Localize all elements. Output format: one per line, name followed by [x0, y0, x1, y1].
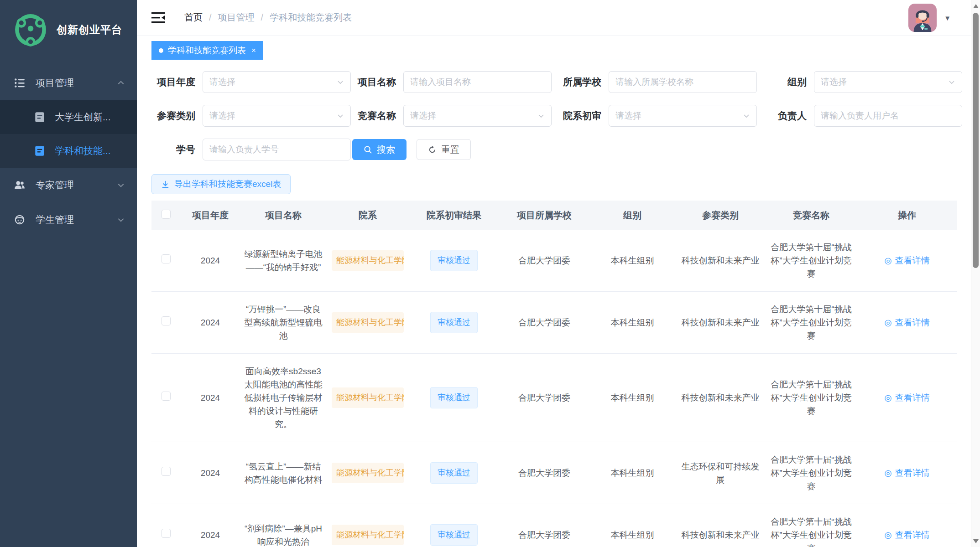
- row-checkbox[interactable]: [162, 529, 171, 538]
- logo-icon: [13, 12, 48, 47]
- cell-competition: 合肥大学第十届“挑战杯”大学生创业计划竞赛: [766, 504, 857, 547]
- group-select[interactable]: 请选择: [814, 71, 962, 93]
- select-placeholder: 请选择: [615, 110, 641, 122]
- sidebar-item-label: 学生管理: [36, 213, 117, 226]
- student-id-field-wrap: [203, 139, 351, 160]
- user-avatar[interactable]: [908, 4, 937, 32]
- category-select[interactable]: 请选择: [203, 105, 351, 127]
- view-detail-link[interactable]: ◎查看详情: [884, 528, 930, 542]
- sidebar-collapse-icon[interactable]: [151, 12, 165, 24]
- sidebar-item-subject-skill-competition[interactable]: 学科和技能...: [0, 134, 137, 168]
- col-project-year: 项目年度: [181, 201, 240, 230]
- row-checkbox[interactable]: [162, 316, 171, 325]
- cell-group: 本科生组别: [589, 504, 675, 547]
- main-area: 首页 / 项目管理 / 学科和技能竞赛列表: [137, 0, 980, 547]
- breadcrumb-project-management[interactable]: 项目管理: [218, 11, 255, 24]
- chevron-down-icon: [117, 181, 125, 189]
- export-excel-label: 导出学科和技能竞赛excel表: [174, 178, 281, 190]
- dept-review-select[interactable]: 请选择: [609, 105, 757, 127]
- filter-form: 项目年度 请选择 项目名称 所属学校: [151, 71, 956, 160]
- cell-group: 本科生组别: [589, 230, 675, 292]
- eye-icon: ◎: [884, 528, 892, 542]
- cell-group: 本科生组别: [589, 442, 675, 504]
- filter-label: 参赛类别: [151, 109, 195, 122]
- cell-project-name: “剂到病除”—兼具pH响应和光热治: [240, 504, 327, 547]
- review-status-badge: 审核通过: [430, 387, 478, 408]
- chevron-down-icon: [337, 112, 344, 119]
- chevron-down-icon: [743, 112, 750, 119]
- export-excel-button[interactable]: 导出学科和技能竞赛excel表: [151, 174, 291, 194]
- cell-competition: 合肥大学第十届“挑战杯”大学生创业计划竞赛: [766, 354, 857, 442]
- refresh-icon: [428, 145, 437, 154]
- competition-table: 项目年度 项目名称 院系 院系初审结果 项目所属学校 组别 参赛类别 竞赛名称 …: [151, 201, 957, 547]
- view-detail-link[interactable]: ◎查看详情: [884, 316, 930, 329]
- download-icon: [161, 180, 170, 189]
- student-icon: [14, 214, 26, 226]
- competition-name-select[interactable]: 请选择: [403, 105, 552, 127]
- scrollbar-thumb[interactable]: [973, 13, 979, 268]
- tab-subject-skill-competition-list[interactable]: 学科和技能竞赛列表 ×: [151, 41, 263, 60]
- users-icon: [14, 179, 26, 191]
- document-icon: [34, 111, 46, 123]
- table-row: 2024 “氢云直上”——新结构高性能电催化材料 能源材料与化工学院 审核通过 …: [151, 442, 957, 504]
- row-checkbox[interactable]: [162, 392, 171, 401]
- col-school: 项目所属学校: [499, 201, 589, 230]
- cell-year: 2024: [181, 292, 240, 354]
- breadcrumb-home[interactable]: 首页: [184, 11, 203, 24]
- breadcrumb: 首页 / 项目管理 / 学科和技能竞赛列表: [184, 11, 352, 24]
- school-field-wrap: [609, 71, 757, 93]
- filter-project-year: 项目年度 请选择: [151, 71, 352, 93]
- row-checkbox[interactable]: [162, 254, 171, 263]
- cell-school: 合肥大学团委: [499, 292, 589, 354]
- filter-leader: 负责人: [763, 105, 962, 127]
- page-scrollbar[interactable]: [971, 0, 980, 547]
- filter-label: 院系初审: [558, 109, 601, 122]
- view-detail-link[interactable]: ◎查看详情: [884, 254, 930, 267]
- list-icon: [14, 77, 26, 89]
- dept-badge: 能源材料与化工学院: [332, 312, 404, 333]
- student-id-input[interactable]: [209, 144, 344, 155]
- review-status-badge: 审核通过: [430, 524, 478, 546]
- scrollbar-down-arrow-icon[interactable]: [971, 536, 980, 546]
- tab-close-icon[interactable]: ×: [251, 46, 256, 55]
- scrollbar-up-arrow-icon[interactable]: [971, 1, 980, 11]
- sidebar-item-project-management[interactable]: 项目管理: [0, 66, 137, 100]
- cell-year: 2024: [181, 354, 240, 442]
- cell-school: 合肥大学团委: [499, 230, 589, 292]
- filter-school: 所属学校: [558, 71, 763, 93]
- table-row: 2024 绿源新型钠离子电池——“我的钠手好戏” 能源材料与化工学院 审核通过 …: [151, 230, 957, 292]
- view-detail-link[interactable]: ◎查看详情: [884, 391, 930, 404]
- sidebar-item-label: 学科和技能...: [55, 144, 111, 157]
- app-logo: 创新创业平台: [0, 0, 137, 59]
- filter-category: 参赛类别 请选择: [151, 105, 352, 127]
- col-category: 参赛类别: [675, 201, 766, 230]
- sidebar-menu: 项目管理 大学生创新...: [0, 66, 137, 237]
- chevron-down-icon: [537, 112, 545, 119]
- cell-year: 2024: [181, 230, 240, 292]
- filter-label: 学号: [151, 143, 195, 156]
- cell-project-name: 绿源新型钠离子电池——“我的钠手好戏”: [240, 230, 327, 292]
- search-button[interactable]: 搜索: [352, 139, 407, 160]
- cell-year: 2024: [181, 442, 240, 504]
- project-year-select[interactable]: 请选择: [203, 71, 351, 93]
- document-icon-active: [34, 145, 46, 157]
- sidebar-item-undergrad-innovation[interactable]: 大学生创新...: [0, 100, 137, 134]
- reset-button-label: 重置: [441, 144, 459, 156]
- review-status-badge: 审核通过: [430, 312, 478, 333]
- cell-project-name: 面向高效率sb2sse3太阳能电池的高性能低损耗电子传输层材料的设计与性能研究。: [240, 354, 327, 442]
- project-name-input[interactable]: [410, 77, 545, 87]
- cell-group: 本科生组别: [589, 292, 675, 354]
- sidebar-item-expert-management[interactable]: 专家管理: [0, 168, 137, 202]
- user-dropdown-caret-icon[interactable]: ▼: [944, 14, 951, 22]
- row-checkbox[interactable]: [162, 467, 171, 476]
- eye-icon: ◎: [884, 316, 892, 329]
- col-dept: 院系: [327, 201, 409, 230]
- breadcrumb-separator: /: [209, 12, 212, 23]
- select-placeholder: 请选择: [209, 76, 235, 88]
- school-input[interactable]: [615, 77, 750, 87]
- reset-button[interactable]: 重置: [417, 139, 471, 160]
- sidebar-item-student-management[interactable]: 学生管理: [0, 202, 137, 237]
- leader-input[interactable]: [821, 111, 955, 121]
- select-all-checkbox[interactable]: [162, 210, 171, 219]
- view-detail-link[interactable]: ◎查看详情: [884, 466, 930, 480]
